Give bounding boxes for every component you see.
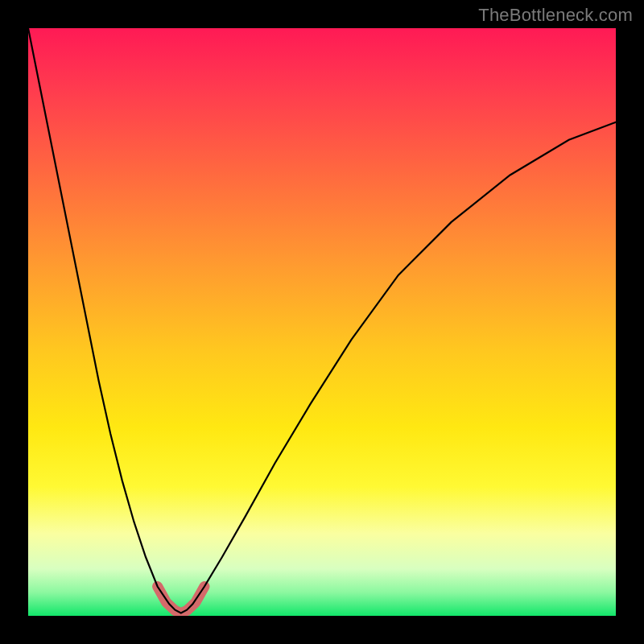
chart-area — [28, 28, 616, 616]
sweet-spot-marker — [158, 587, 204, 613]
watermark-text: TheBottleneck.com — [478, 5, 633, 26]
bottleneck-curve-svg — [28, 28, 616, 616]
bottleneck-curve — [28, 28, 616, 613]
